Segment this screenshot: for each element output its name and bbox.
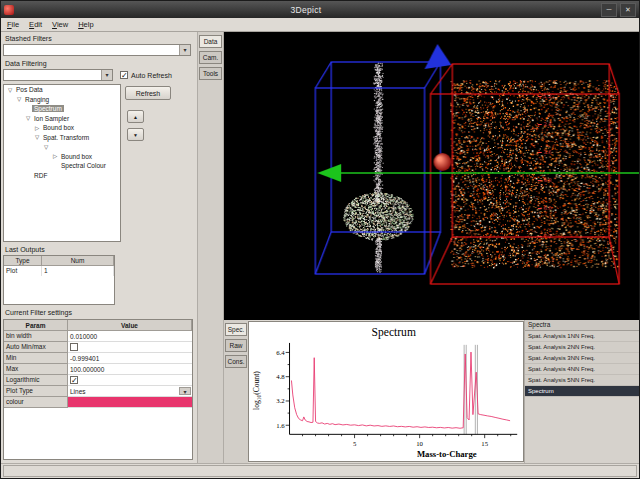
filter-row-auto-min-max: Auto Min/max [4, 342, 192, 353]
title-bar[interactable]: 3Depict ─ ✕ [1, 1, 639, 18]
spectra-item-spat-analysis-4nn-freq[interactable]: Spat. Analysis 4NN Freq. [525, 364, 639, 375]
collapse-icon[interactable]: ▽ [24, 115, 32, 121]
tree-item-bound-box[interactable]: ▷Bound box [4, 152, 120, 162]
param-label: colour [4, 397, 68, 408]
param-value-logarithmic[interactable] [68, 375, 192, 386]
expand-icon[interactable]: ▷ [51, 153, 59, 159]
filter-row-bin-width: bin width0.010000 [4, 331, 192, 342]
close-button[interactable]: ✕ [620, 3, 636, 17]
param-label: Auto Min/max [4, 342, 68, 353]
settings-header-row: ParamValue [4, 320, 192, 331]
menu-view[interactable]: View [48, 19, 74, 30]
plot-xlabel: Mass-to-Charge [417, 449, 477, 459]
menu-edit[interactable]: Edit [25, 19, 48, 30]
table-row[interactable]: Plot1 [4, 266, 114, 276]
plot-ylabel: log₁₀(Count) [252, 371, 261, 410]
menu-file[interactable]: File [3, 19, 25, 30]
outputs-cell: Plot [4, 266, 42, 276]
param-label: Logarithmic [4, 375, 68, 386]
spectra-item-spat-analysis-3nn-freq[interactable]: Spat. Analysis 3NN Freq. [525, 353, 639, 364]
svg-text:5: 5 [353, 440, 357, 447]
spectrum-plot-panel[interactable]: 510151.63.24.86.4 Spectrum Mass-to-Charg… [248, 321, 524, 462]
spectra-panel: Spectra Spat. Analysis 1NN Freq.Spat. An… [524, 320, 639, 463]
tab-tools[interactable]: Tools [199, 67, 222, 80]
scene-view[interactable] [224, 32, 639, 320]
svg-text:10: 10 [416, 440, 423, 447]
filter-panel: Stashed Filters Data Filtering Auto Refr… [1, 32, 198, 463]
filter-tree[interactable]: ▽Pos Data▽RangingSpectrum▽Ion Sampler▷Bo… [3, 84, 121, 242]
tab-cam[interactable]: Cam. [199, 51, 222, 64]
panel-tab-strip: DataCam.Tools [198, 32, 224, 463]
minimize-button[interactable]: ─ [601, 3, 617, 17]
tree-item-blank[interactable]: ▽ [4, 142, 120, 152]
tree-item-ranging[interactable]: ▽Ranging [4, 95, 120, 105]
collapse-icon[interactable]: ▽ [33, 134, 41, 140]
svg-text:3.2: 3.2 [276, 397, 284, 404]
param-value-bin-width[interactable]: 0.010000 [68, 331, 192, 342]
window-title: 3Depict [14, 5, 598, 15]
param-checkbox[interactable] [70, 376, 78, 384]
plot-tab-spec[interactable]: Spec. [225, 323, 247, 336]
spectrum-plot[interactable]: 510151.63.24.86.4 Spectrum Mass-to-Charg… [249, 322, 523, 461]
color-swatch[interactable] [68, 397, 192, 408]
tree-item-spectral-colour[interactable]: Spectral Colour [4, 161, 120, 171]
bottom-area: Spec.RawCons. 510151.63.24.86.4 Spectrum… [224, 320, 639, 463]
tree-item-bound-box[interactable]: ▷Bound box [4, 123, 120, 133]
main-area: Stashed Filters Data Filtering Auto Refr… [1, 32, 639, 463]
param-label: bin width [4, 331, 68, 342]
outputs-header-row: TypeNum [4, 256, 114, 266]
menu-help[interactable]: Help [74, 19, 99, 30]
tree-item-rdf[interactable]: RDF [4, 171, 120, 181]
collapse-icon[interactable]: ▽ [42, 144, 50, 150]
move-down-button[interactable]: ▼ [127, 128, 144, 141]
plot-tab-cons[interactable]: Cons. [225, 355, 247, 368]
right-area: Spec.RawCons. 510151.63.24.86.4 Spectrum… [224, 32, 639, 463]
outputs-col-num: Num [42, 256, 114, 266]
filter-row-colour: colour [4, 397, 192, 408]
move-up-button[interactable]: ▲ [127, 110, 144, 123]
spectra-list[interactable]: Spat. Analysis 1NN Freq.Spat. Analysis 2… [525, 331, 639, 463]
tree-item-pos-data[interactable]: ▽Pos Data [4, 85, 120, 95]
scene-canvas[interactable] [224, 32, 639, 320]
filter-row-logarithmic: Logarithmic [4, 375, 192, 386]
svg-text:4.8: 4.8 [276, 373, 285, 380]
spectra-item-spat-analysis-5nn-freq[interactable]: Spat. Analysis 5NN Freq. [525, 375, 639, 386]
tree-item-spat-transform[interactable]: ▽Spat. Transform [4, 133, 120, 143]
tree-item-label: Bound box [41, 124, 76, 131]
tree-item-spectrum[interactable]: Spectrum [4, 104, 120, 114]
filter-row-plot-type: Plot TypeLines [4, 386, 192, 397]
auto-refresh-checkbox[interactable] [120, 71, 128, 79]
spectra-item-spat-analysis-2nn-freq[interactable]: Spat. Analysis 2NN Freq. [525, 342, 639, 353]
collapse-icon[interactable]: ▽ [15, 96, 23, 102]
expand-icon[interactable]: ▷ [33, 125, 41, 131]
filter-row-max: Max100.000000 [4, 364, 192, 375]
tree-item-label: Spectrum [32, 105, 64, 112]
spectra-item-spectrum[interactable]: Spectrum [525, 386, 639, 397]
plot-tab-raw[interactable]: Raw [225, 339, 247, 352]
tree-item-label: Spat. Transform [41, 134, 91, 141]
tree-item-label: Ranging [23, 96, 51, 103]
collapse-icon[interactable]: ▽ [6, 87, 14, 93]
tab-data[interactable]: Data [199, 35, 222, 48]
plot-title: Spectrum [372, 326, 416, 339]
refresh-button[interactable]: Refresh [125, 86, 171, 100]
param-value-min[interactable]: -0.999401 [68, 353, 192, 364]
svg-text:1.6: 1.6 [276, 422, 285, 429]
param-value-auto-min-max[interactable] [68, 342, 192, 353]
param-checkbox[interactable] [70, 343, 78, 351]
last-outputs-table[interactable]: TypeNumPlot1 [3, 255, 115, 305]
spectra-item-spat-analysis-1nn-freq[interactable]: Spat. Analysis 1NN Freq. [525, 331, 639, 342]
param-value-plot-type[interactable]: Lines [68, 386, 192, 397]
plot-tab-strip: Spec.RawCons. [224, 320, 248, 463]
stashed-filters-combo[interactable] [3, 44, 191, 56]
svg-text:6.4: 6.4 [276, 349, 285, 356]
select-value: Lines [70, 388, 86, 395]
app-icon [4, 5, 14, 15]
tree-item-ion-sampler[interactable]: ▽Ion Sampler [4, 114, 120, 124]
tree-item-label: Pos Data [14, 86, 45, 93]
param-label: Max [4, 364, 68, 375]
param-value-max[interactable]: 100.000000 [68, 364, 192, 375]
tree-item-label: Spectral Colour [59, 162, 108, 169]
filter-settings-grid[interactable]: ParamValuebin width0.010000Auto Min/maxM… [3, 319, 193, 460]
data-filtering-combo[interactable] [3, 69, 113, 81]
